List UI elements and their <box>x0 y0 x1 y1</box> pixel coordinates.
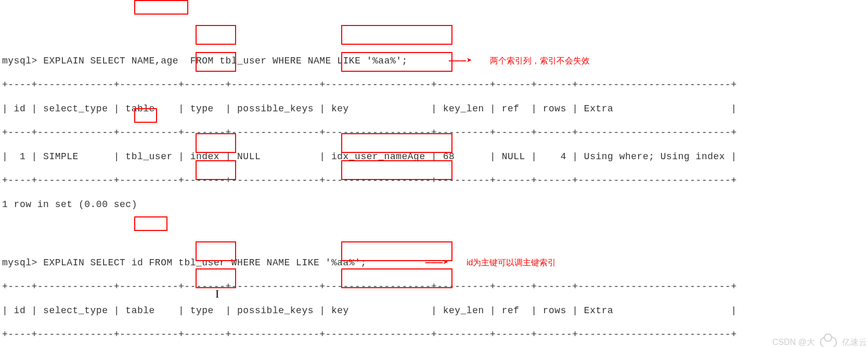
table-border: +----+-------------+----------+-------+-… <box>2 174 868 187</box>
highlighted-columns-2: id <box>132 258 144 268</box>
watermark-yisu: 亿速云 <box>842 337 867 348</box>
arrow-icon: ———➤ <box>425 258 449 268</box>
col-highlight-box <box>134 0 188 15</box>
highlighted-columns-1: NAME,age <box>132 56 178 66</box>
table-header: | id | select_type | table | type | poss… <box>2 304 868 317</box>
table-border: +----+-------------+----------+-------+-… <box>2 126 868 139</box>
cloud-icon <box>820 337 837 347</box>
table-border: +----+-------------+----------+-------+-… <box>2 280 868 293</box>
type-header-box <box>196 25 236 45</box>
timing-1: 1 row in set (0.00 sec) <box>2 198 868 211</box>
query-line-2: mysql> EXPLAIN SELECT id FROM tbl_user W… <box>2 256 868 269</box>
table-border: +----+-------------+----------+-------+-… <box>2 328 868 341</box>
watermark-csdn: CSDN @大 <box>772 337 815 348</box>
annotation-2: id为主键可以调主键索引 <box>467 258 556 267</box>
key-header-box <box>341 25 452 45</box>
table-border: +----+-------------+----------+-------+-… <box>2 78 868 92</box>
table-header: | id | select_type | table | type | poss… <box>2 102 868 115</box>
table-row: | 1 | SIMPLE | tbl_user | index | NULL |… <box>2 150 868 163</box>
watermark: CSDN @大 亿速云 <box>772 337 867 347</box>
query-line-1: mysql> EXPLAIN SELECT NAME,age FROM tbl_… <box>2 54 868 68</box>
annotation-1: 两个索引列，索引不会失效 <box>490 56 590 65</box>
text-cursor-icon: I <box>215 287 219 301</box>
arrow-icon: ———➤ <box>449 56 472 66</box>
